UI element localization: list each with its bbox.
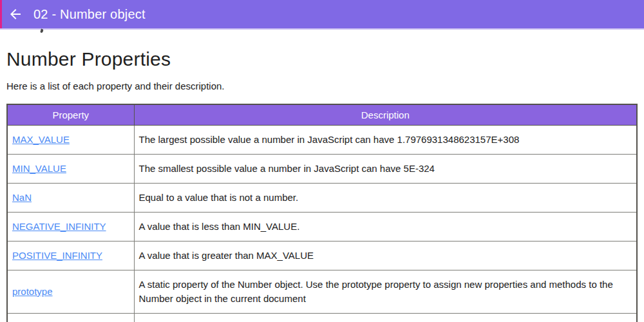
table-header-row: Property Description [7, 104, 637, 125]
table-row: MIN_VALUE The smallest possible value a … [7, 154, 637, 183]
description-cell: The smallest possible value a number in … [134, 154, 637, 183]
description-cell: A static property of the Number object. … [134, 270, 637, 313]
intro-text: Here is a list of each property and thei… [6, 80, 638, 91]
arrow-left-icon [8, 6, 23, 22]
back-button[interactable] [1, 0, 30, 28]
column-header-description: Description [134, 104, 637, 125]
app-bar: 02 - Number object [0, 0, 644, 28]
properties-table: Property Description MAX_VALUE The large… [6, 104, 638, 322]
property-link-prototype[interactable]: prototype [12, 286, 53, 297]
page-title: Number Properties [6, 48, 638, 70]
screen-edge-strip [0, 0, 2, 28]
description-cell: A value that is less than MIN_VALUE. [134, 212, 637, 241]
property-link-min-value[interactable]: MIN_VALUE [12, 163, 66, 174]
property-link-max-value[interactable]: MAX_VALUE [12, 134, 70, 145]
table-row: constructor Returns the function that cr… [7, 313, 637, 322]
app-bar-title: 02 - Number object [33, 7, 146, 22]
table-row: MAX_VALUE The largest possible value a n… [7, 125, 637, 154]
document-body: Number Properties Here is a list of each… [0, 30, 644, 322]
table-row: NaN Equal to a value that is not a numbe… [7, 183, 637, 212]
table-row: POSITIVE_INFINITY A value that is greate… [7, 241, 637, 270]
property-link-negative-infinity[interactable]: NEGATIVE_INFINITY [12, 221, 106, 232]
table-row: NEGATIVE_INFINITY A value that is less t… [7, 212, 637, 241]
table-row: prototype A static property of the Numbe… [7, 270, 637, 313]
property-link-nan[interactable]: NaN [12, 192, 32, 203]
description-cell: A value that is greater than MAX_VALUE [134, 241, 637, 270]
description-cell: Equal to a value that is not a number. [134, 183, 637, 212]
property-link-positive-infinity[interactable]: POSITIVE_INFINITY [12, 250, 102, 261]
description-cell: The largest possible value a number in J… [134, 125, 637, 154]
description-cell: Returns the function that created this o… [134, 313, 637, 322]
column-header-property: Property [7, 104, 134, 125]
